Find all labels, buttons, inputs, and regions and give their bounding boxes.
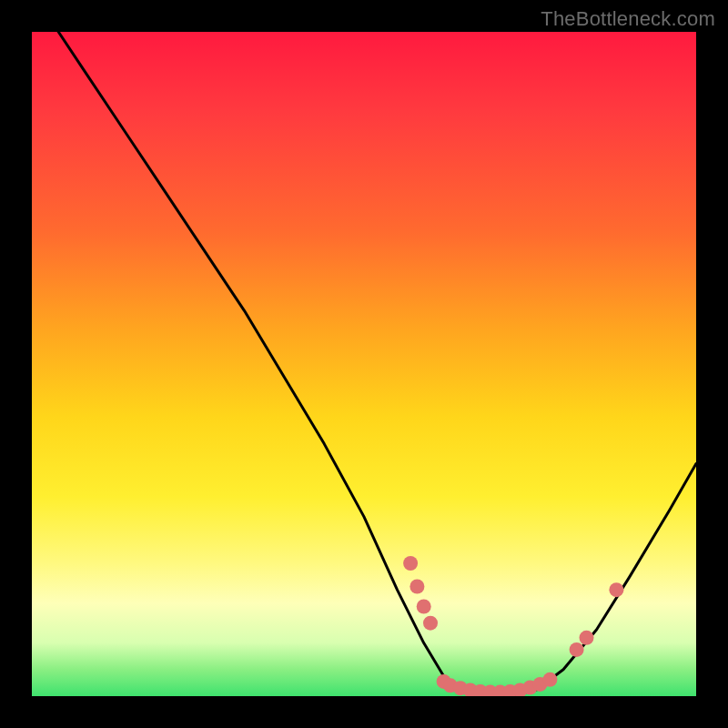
highlight-dot	[570, 642, 584, 657]
highlight-dot	[609, 582, 623, 597]
highlight-dot	[417, 600, 431, 614]
highlight-dot	[403, 556, 418, 571]
highlight-dot	[580, 631, 594, 645]
highlight-dot	[423, 616, 438, 631]
highlight-dot	[542, 672, 557, 687]
highlight-dot	[410, 580, 424, 594]
chart-svg	[32, 32, 696, 696]
chart-plot-area	[32, 32, 696, 696]
curve-line	[58, 32, 696, 696]
chart-frame: TheBottleneck.com	[0, 0, 728, 728]
watermark-text: TheBottleneck.com	[541, 7, 715, 31]
